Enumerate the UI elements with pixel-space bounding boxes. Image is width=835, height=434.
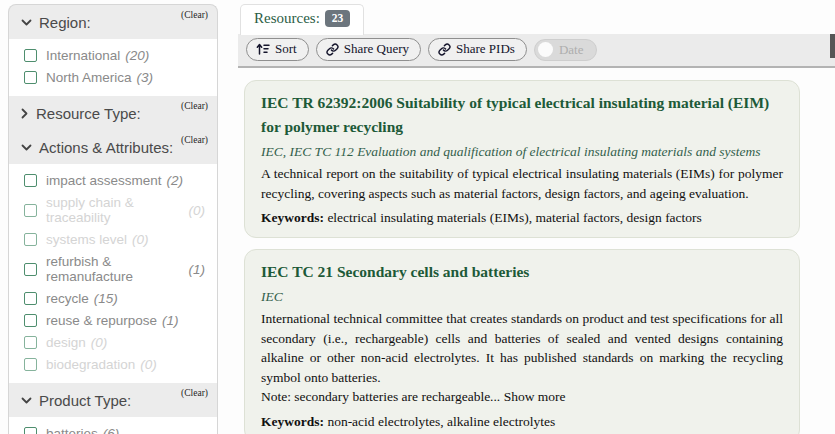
filter-item-count: (0): [132, 232, 149, 247]
resources-count-badge: 23: [325, 10, 351, 27]
filter-section-header-resource-type[interactable]: Resource Type: (Clear): [9, 96, 217, 130]
results-toolbar: Sort Share Query Share PIDs Date: [238, 34, 835, 68]
filter-item-label: supply chain & traceability: [46, 195, 184, 225]
filter-item-label: systems level: [46, 232, 127, 247]
filter-section-label: Resource Type:: [36, 105, 141, 122]
clear-region-link[interactable]: (Clear): [181, 10, 208, 20]
clear-resource-type-link[interactable]: (Clear): [181, 101, 208, 111]
keywords-label: Keywords:: [261, 210, 324, 225]
toggle-knob-icon: [538, 42, 553, 57]
filter-section-label: Region:: [39, 14, 91, 31]
sort-button[interactable]: Sort: [246, 38, 309, 61]
filter-section-label: Product Type:: [39, 392, 131, 409]
resource-title[interactable]: IEC TC 21 Secondary cells and batteries: [261, 260, 783, 284]
filter-item-count: (0): [140, 357, 157, 372]
filter-item-label: refurbish & remanufacture: [46, 254, 184, 284]
sort-button-label: Sort: [275, 41, 297, 57]
results-list: IEC TR 62392:2006 Suitability of typical…: [238, 68, 835, 434]
clear-product-type-link[interactable]: (Clear): [181, 388, 208, 398]
link-icon: [326, 43, 339, 56]
share-query-button[interactable]: Share Query: [316, 38, 421, 61]
keywords-text: electrical insulating materials (EIMs), …: [327, 210, 701, 225]
resource-source: IEC, IEC TC 112 Evaluation and qualifica…: [261, 144, 783, 160]
checkbox-icon: [24, 336, 37, 349]
resource-card: IEC TC 21 Secondary cells and batteries …: [244, 249, 800, 434]
checkbox-icon: [24, 358, 37, 371]
filter-items-product-type: batteries (6) electronics (16): [9, 417, 217, 434]
share-pids-button[interactable]: Share PIDs: [428, 38, 527, 61]
checkbox-icon[interactable]: [24, 314, 37, 327]
checkbox-icon[interactable]: [24, 292, 37, 305]
filter-section-header-actions-attributes[interactable]: Actions & Attributes: (Clear): [9, 130, 217, 164]
resource-note: Note: secondary batteries are rechargeab…: [261, 387, 783, 407]
tab-label: Resources:: [254, 10, 320, 26]
checkbox-icon[interactable]: [24, 263, 37, 276]
share-pids-button-label: Share PIDs: [456, 41, 515, 57]
filter-item-count: (15): [94, 291, 118, 306]
filter-item-biodegradation: biodegradation (0): [9, 354, 217, 376]
filter-item-label: batteries: [46, 426, 98, 434]
checkbox-icon[interactable]: [24, 71, 37, 84]
filter-item-refurbish-remanufacture[interactable]: refurbish & remanufacture (1): [9, 251, 217, 288]
filter-item-label: North America: [46, 70, 132, 85]
filter-items-actions-attributes: impact assessment (2) supply chain & tra…: [9, 164, 217, 383]
date-toggle: Date: [534, 39, 598, 61]
filter-item-count: (3): [137, 70, 154, 85]
filter-item-count: (0): [91, 335, 108, 350]
filter-items-region: International (20) North America (3): [9, 39, 217, 96]
keywords-label: Keywords:: [261, 414, 324, 429]
resource-description: A technical report on the suitability of…: [261, 164, 783, 203]
note-text: Note: secondary batteries are rechargeab…: [261, 389, 500, 404]
checkbox-icon[interactable]: [24, 174, 37, 187]
resource-keywords: Keywords: non-acid electrolytes, alkalin…: [261, 414, 783, 430]
clear-actions-attributes-link[interactable]: (Clear): [181, 135, 208, 145]
filter-section-header-product-type[interactable]: Product Type: (Clear): [9, 383, 217, 417]
checkbox-icon: [24, 233, 37, 246]
date-toggle-label: Date: [559, 42, 584, 58]
filter-item-design: design (0): [9, 332, 217, 354]
chevron-right-icon: [21, 108, 29, 119]
share-query-button-label: Share Query: [344, 41, 409, 57]
filter-item-count: (2): [167, 173, 184, 188]
filter-item-international[interactable]: International (20): [9, 45, 217, 67]
keywords-text: non-acid electrolytes, alkaline electrol…: [327, 414, 555, 429]
checkbox-icon[interactable]: [24, 427, 37, 434]
filter-item-recycle[interactable]: recycle (15): [9, 288, 217, 310]
filter-item-count: (1): [162, 313, 179, 328]
filter-item-impact-assessment[interactable]: impact assessment (2): [9, 170, 217, 192]
resource-title[interactable]: IEC TR 62392:2006 Suitability of typical…: [261, 91, 783, 139]
sort-icon: [256, 43, 270, 55]
filter-item-count: (1): [189, 262, 206, 277]
filter-item-count: (20): [125, 48, 149, 63]
checkbox-icon[interactable]: [24, 49, 37, 62]
filters-sidebar: Region: (Clear) International (20) North…: [8, 4, 218, 434]
filter-item-north-america[interactable]: North America (3): [9, 67, 217, 89]
filter-item-label: recycle: [46, 291, 89, 306]
show-more-link[interactable]: Show more: [504, 389, 566, 404]
resource-source: IEC: [261, 289, 783, 305]
filter-item-batteries[interactable]: batteries (6): [9, 423, 217, 434]
filter-section-label: Actions & Attributes:: [39, 139, 173, 156]
filter-item-label: reuse & repurpose: [46, 313, 157, 328]
filter-item-label: International: [46, 48, 120, 63]
resource-card: IEC TR 62392:2006 Suitability of typical…: [244, 80, 800, 238]
chevron-down-icon: [21, 144, 32, 152]
link-icon: [438, 43, 451, 56]
filter-item-count: (0): [189, 203, 206, 218]
filter-item-supply-chain-traceability: supply chain & traceability (0): [9, 192, 217, 229]
chevron-down-icon: [21, 397, 32, 405]
filter-item-systems-level: systems level (0): [9, 229, 217, 251]
resource-description: International technical committee that c…: [261, 309, 783, 387]
filter-item-count: (6): [103, 426, 120, 434]
checkbox-icon: [24, 204, 37, 217]
filter-item-label: impact assessment: [46, 173, 162, 188]
filter-item-label: biodegradation: [46, 357, 135, 372]
tab-resources[interactable]: Resources:23: [240, 4, 364, 35]
chevron-down-icon: [21, 19, 32, 27]
filter-item-reuse-repurpose[interactable]: reuse & repurpose (1): [9, 310, 217, 332]
filter-item-label: design: [46, 335, 86, 350]
filter-section-header-region[interactable]: Region: (Clear): [9, 5, 217, 39]
resource-keywords: Keywords: electrical insulating material…: [261, 210, 783, 226]
results-main: Resources:23 Sort Share Query Share PIDs…: [238, 4, 835, 434]
page-scrollbar-thumb[interactable]: [830, 34, 835, 58]
